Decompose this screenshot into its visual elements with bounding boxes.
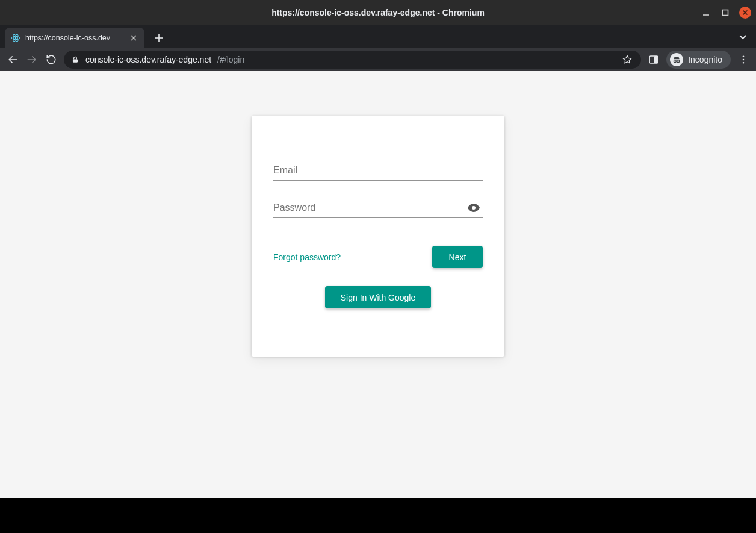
password-input[interactable]	[273, 199, 483, 218]
tab-close-button[interactable]	[129, 33, 138, 43]
browser-menu-button[interactable]	[737, 53, 750, 66]
browser-tab-title: https://console-ic-oss.dev	[25, 34, 124, 42]
side-panel-icon[interactable]	[647, 53, 660, 66]
window-maximize-button[interactable]	[720, 7, 731, 18]
forward-button[interactable]	[25, 53, 39, 66]
window-minimize-button[interactable]	[701, 7, 711, 18]
svg-point-4	[15, 37, 17, 39]
svg-point-19	[743, 59, 745, 61]
incognito-indicator[interactable]: Incognito	[666, 51, 731, 69]
password-visibility-toggle[interactable]	[465, 199, 483, 217]
password-field-wrapper: Password	[273, 199, 483, 218]
svg-point-16	[677, 60, 680, 63]
lock-icon	[71, 55, 79, 64]
browser-tab-active[interactable]: https://console-ic-oss.dev	[5, 28, 144, 48]
browser-tabstrip: https://console-ic-oss.dev	[0, 25, 756, 48]
address-bar[interactable]: console-ic-oss.dev.rafay-edge.net/#/logi…	[64, 51, 641, 69]
email-input[interactable]	[273, 161, 483, 181]
window-controls	[701, 0, 751, 25]
svg-rect-14	[654, 56, 658, 63]
incognito-label: Incognito	[688, 55, 722, 64]
login-card: Email Password Forgot password? Next Sig…	[252, 116, 504, 357]
url-host: console-ic-oss.dev.rafay-edge.net	[85, 55, 211, 64]
tabs-overflow-button[interactable]	[738, 25, 748, 48]
new-tab-button[interactable]	[150, 30, 167, 46]
window-title: https://console-ic-oss.dev.rafay-edge.ne…	[271, 8, 485, 17]
login-actions-row: Forgot password? Next	[273, 246, 483, 268]
window-close-button[interactable]	[739, 7, 751, 19]
sso-row: Sign In With Google	[273, 286, 483, 308]
svg-point-21	[472, 206, 476, 210]
page-viewport: Email Password Forgot password? Next Sig…	[0, 71, 756, 498]
svg-point-20	[743, 62, 745, 64]
svg-point-18	[743, 55, 745, 57]
incognito-icon	[670, 53, 683, 66]
window-bottom-border	[0, 498, 756, 533]
url-path: /#/login	[217, 55, 244, 64]
svg-rect-12	[73, 59, 78, 62]
window-titlebar: https://console-ic-oss.dev.rafay-edge.ne…	[0, 0, 756, 25]
eye-icon	[466, 201, 481, 215]
email-field-wrapper: Email	[273, 161, 483, 181]
svg-point-15	[674, 60, 677, 63]
forgot-password-link[interactable]: Forgot password?	[273, 252, 341, 262]
bookmark-star-icon[interactable]	[621, 53, 634, 66]
next-button[interactable]: Next	[432, 246, 483, 268]
sign-in-with-google-button[interactable]: Sign In With Google	[325, 286, 432, 308]
back-button[interactable]	[6, 53, 19, 66]
browser-toolbar: console-ic-oss.dev.rafay-edge.net/#/logi…	[0, 48, 756, 71]
react-icon	[11, 33, 20, 43]
reload-button[interactable]	[45, 53, 58, 66]
page-scroll[interactable]: Email Password Forgot password? Next Sig…	[0, 71, 756, 498]
svg-rect-1	[723, 10, 728, 16]
